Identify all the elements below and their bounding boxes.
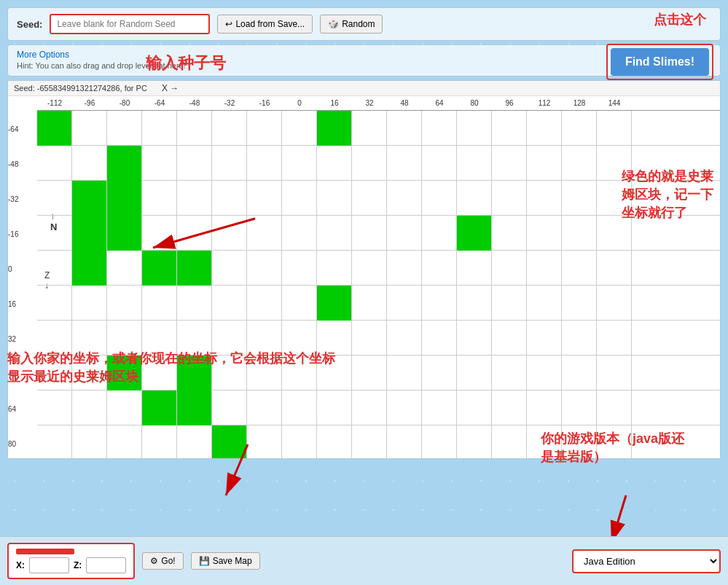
- grid-cell: [142, 216, 177, 251]
- grid-cell: [562, 390, 597, 425]
- grid-cell: [177, 181, 212, 216]
- grid-row: [37, 111, 720, 146]
- load-save-button[interactable]: ↩ Load from Save...: [217, 15, 313, 34]
- grid-cell: [492, 425, 527, 459]
- y-label: 64: [8, 405, 37, 440]
- grid-cell: [72, 286, 107, 321]
- grid-cell: [37, 425, 72, 459]
- grid-cell: [422, 356, 457, 390]
- map-canvas: -64 -48 -32 -16 0 16 32 48 64 80 96 -112…: [8, 96, 720, 459]
- grid-cell: [387, 321, 422, 356]
- grid-cell: [387, 216, 422, 251]
- grid-cell: [107, 111, 142, 146]
- grid-cell: [107, 286, 142, 321]
- grid-cell: [282, 251, 317, 286]
- grid-cell: [107, 390, 142, 425]
- grid-cell: [177, 425, 212, 459]
- y-axis: -64 -48 -32 -16 0 16 32 48 64 80 96: [8, 96, 37, 459]
- map-header: Seed: -655834991321274286, for PC X →: [8, 81, 720, 96]
- grid-cell: [527, 251, 562, 286]
- grid-cell: [317, 181, 352, 216]
- seed-input[interactable]: [50, 14, 210, 34]
- annotation-green-blocks: 绿色的就是史莱 姆区块，记一下 坐标就行了: [622, 168, 713, 223]
- annotation-bottom-left: 输入你家的坐标，或者你现在的坐标，它会根据这个坐标 显示最近的史莱姆区块: [7, 350, 335, 386]
- grid-cell: [422, 286, 457, 321]
- random-button[interactable]: 🎲 Random: [320, 15, 383, 34]
- grid-cell: [212, 390, 247, 425]
- slime-cell: [457, 216, 492, 251]
- y-label: -48: [8, 160, 37, 195]
- grid-cell: [457, 146, 492, 181]
- grid-cell: [177, 216, 212, 251]
- grid-cell: [492, 146, 527, 181]
- grid-cell: [527, 321, 562, 356]
- grid-cell: [597, 356, 632, 390]
- x-arrow-label: X →: [162, 83, 179, 93]
- find-slimes-button[interactable]: Find Slimes!: [611, 48, 709, 76]
- grid-row: [37, 390, 720, 425]
- grid-cell: [387, 251, 422, 286]
- grid-cell: [562, 321, 597, 356]
- grid-cell: [37, 181, 72, 216]
- z-coord-label: Z:: [74, 560, 82, 570]
- grid-cell: [492, 356, 527, 390]
- slime-cell: [72, 181, 107, 216]
- grid-cell: [247, 146, 282, 181]
- slime-cell: [212, 425, 247, 459]
- grid-area: -112 -96 -80 -64 -48 -32 -16 0 16 32 48 …: [37, 96, 720, 459]
- grid-cell: [142, 286, 177, 321]
- x-axis-row: -112 -96 -80 -64 -48 -32 -16 0 16 32 48 …: [37, 96, 720, 111]
- grid-cell: [72, 390, 107, 425]
- z-coord-input[interactable]: [86, 557, 126, 573]
- grid-row: [37, 181, 720, 216]
- grid-cell: [72, 425, 107, 459]
- grid-cell: [212, 146, 247, 181]
- grid-cell: [352, 425, 387, 459]
- slime-cell: [142, 251, 177, 286]
- grid-row: [37, 286, 720, 321]
- grid-cell: [527, 216, 562, 251]
- grid-cell: [492, 181, 527, 216]
- grid-cell: [352, 146, 387, 181]
- grid-cell: [247, 286, 282, 321]
- grid-cell: [562, 251, 597, 286]
- grid-cell: [212, 251, 247, 286]
- slime-cell: [317, 111, 352, 146]
- grid-cell: [422, 181, 457, 216]
- grid-cell: [562, 181, 597, 216]
- grid-cell: [492, 286, 527, 321]
- grid-cell: [247, 251, 282, 286]
- y-label: -32: [8, 195, 37, 230]
- edition-select[interactable]: Java Edition Bedrock Edition: [574, 551, 719, 572]
- save-map-button[interactable]: 💾 Save Map: [191, 552, 260, 570]
- grid-cell: [282, 181, 317, 216]
- grid-cell: [597, 111, 632, 146]
- grid-cell: [212, 181, 247, 216]
- grid-cell: [37, 251, 72, 286]
- grid-cell: [492, 321, 527, 356]
- x-coord-input[interactable]: [29, 557, 69, 573]
- grid-cell: [562, 111, 597, 146]
- grid-cell: [212, 216, 247, 251]
- grid-cell: [352, 286, 387, 321]
- grid-cell: [562, 356, 597, 390]
- grid-cell: [282, 146, 317, 181]
- grid-cell: [387, 111, 422, 146]
- grid-cell: [317, 216, 352, 251]
- grid-cell: [212, 286, 247, 321]
- grid-cell: [422, 111, 457, 146]
- grid-row: [37, 146, 720, 181]
- grid-cell: [177, 146, 212, 181]
- annotation-top-right: 点击这个: [654, 11, 706, 28]
- grid-cell: [457, 390, 492, 425]
- grid-row: [37, 251, 720, 286]
- grid-cell: [527, 111, 562, 146]
- grid-cell: [387, 425, 422, 459]
- top-toolbar: Seed: ↩ Load from Save... 🎲 Random: [7, 7, 721, 41]
- coord-bar-indicator: [16, 549, 74, 554]
- go-button[interactable]: ⚙ Go!: [142, 552, 183, 570]
- grid-cell: [422, 146, 457, 181]
- grid-cell: [597, 390, 632, 425]
- more-options-link[interactable]: More Options: [17, 50, 69, 60]
- slime-cell: [177, 251, 212, 286]
